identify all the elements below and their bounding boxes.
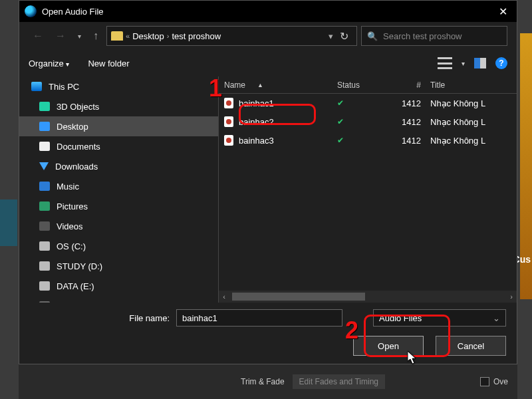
under-strip: Trim & Fade Edit Fades and Timing Ove xyxy=(19,364,517,399)
audio-file-icon xyxy=(224,135,233,146)
refresh-icon[interactable]: ↻ xyxy=(336,29,352,44)
sidebar-item-os[interactable]: OS (C:) xyxy=(19,236,218,256)
drive-icon xyxy=(39,281,50,291)
app-icon xyxy=(25,5,37,17)
dialog-title: Open Audio File xyxy=(42,7,495,17)
folder-icon xyxy=(111,31,123,41)
col-name[interactable]: Name xyxy=(224,80,245,90)
file-type-select[interactable]: Audio Files ⌄ xyxy=(373,309,506,327)
drive-icon xyxy=(39,261,50,271)
crumb-prefix: « xyxy=(126,32,130,40)
ove-checkbox[interactable]: Ove xyxy=(480,377,508,386)
3d-icon xyxy=(39,102,50,111)
sidebar-item-network[interactable]: Network xyxy=(19,296,218,303)
pictures-icon xyxy=(39,201,50,211)
nav-back-icon[interactable]: ← xyxy=(29,29,47,43)
file-row[interactable]: bainhac1 ✔ 1412 Nhạc Không L xyxy=(219,94,517,112)
horizontal-scrollbar[interactable]: ‹ › xyxy=(219,291,517,303)
sidebar-item-data[interactable]: DATA (E:) xyxy=(19,276,218,296)
search-placeholder: Search test proshow xyxy=(383,31,462,41)
nav-recent-icon[interactable]: ▾ xyxy=(74,31,85,41)
file-row[interactable]: bainhac2 ✔ 1412 Nhạc Không L xyxy=(219,112,517,131)
nav-forward-icon[interactable]: → xyxy=(51,29,70,43)
network-icon xyxy=(39,301,50,303)
status-ok-icon: ✔ xyxy=(337,136,390,145)
chevron-down-icon: ▾ xyxy=(66,61,69,68)
videos-icon xyxy=(39,221,50,231)
file-rows: bainhac1 ✔ 1412 Nhạc Không L bainhac2 ✔ … xyxy=(219,94,517,291)
sidebar: This PC 3D Objects Desktop Documents Dow… xyxy=(19,76,219,303)
status-ok-icon: ✔ xyxy=(337,117,390,126)
music-icon xyxy=(39,182,50,191)
organize-button[interactable]: Organize ▾ xyxy=(29,59,69,68)
file-row[interactable]: bainhac3 ✔ 1412 Nhạc Không L xyxy=(219,131,517,150)
bg-thumb xyxy=(0,200,17,246)
cursor-icon xyxy=(408,351,417,364)
crumb-desktop[interactable]: Desktop xyxy=(132,31,164,41)
nav-up-icon[interactable]: ↑ xyxy=(89,29,102,43)
col-status[interactable]: Status xyxy=(337,80,390,90)
col-title[interactable]: Title xyxy=(430,80,517,90)
sidebar-item-downloads[interactable]: Downloads xyxy=(19,156,218,176)
sidebar-item-documents[interactable]: Documents xyxy=(19,136,218,156)
scroll-right-icon[interactable]: › xyxy=(506,293,517,301)
chevron-down-icon[interactable]: ▾ xyxy=(329,31,333,41)
chevron-down-icon: ⌄ xyxy=(493,313,500,323)
checkbox-icon xyxy=(480,377,489,386)
filename-input[interactable] xyxy=(176,309,342,327)
search-icon: 🔍 xyxy=(367,31,378,41)
close-icon[interactable]: ✕ xyxy=(495,5,511,18)
documents-icon xyxy=(39,142,50,151)
crumb-folder[interactable]: test proshow xyxy=(172,31,221,41)
edit-fades-button[interactable]: Edit Fades and Timing xyxy=(293,374,385,389)
open-file-dialog: Open Audio File ✕ ← → ▾ ↑ « Desktop › te… xyxy=(19,0,517,364)
chevron-right-icon: › xyxy=(167,32,170,40)
col-num[interactable]: # xyxy=(390,80,430,90)
pc-icon xyxy=(31,82,42,91)
preview-pane-button[interactable] xyxy=(474,58,486,68)
chevron-down-icon[interactable]: ▾ xyxy=(462,60,465,67)
view-mode-button[interactable] xyxy=(438,57,452,69)
scrollbar-thumb[interactable] xyxy=(232,293,365,301)
sidebar-item-study[interactable]: STUDY (D:) xyxy=(19,256,218,276)
scroll-left-icon[interactable]: ‹ xyxy=(219,293,229,301)
trim-fade-label: Trim & Fade xyxy=(241,377,285,386)
status-ok-icon: ✔ xyxy=(337,98,390,108)
cancel-button[interactable]: Cancel xyxy=(436,336,506,356)
audio-file-icon xyxy=(224,116,233,127)
svg-marker-0 xyxy=(408,351,416,364)
sidebar-item-pictures[interactable]: Pictures xyxy=(19,196,218,216)
dialog-bottom: File name: Audio Files ⌄ Open Cancel xyxy=(19,303,517,365)
desktop-icon xyxy=(39,122,50,131)
drive-icon xyxy=(39,241,50,251)
audio-file-icon xyxy=(224,98,233,108)
address-bar[interactable]: « Desktop › test proshow ▾ ↻ xyxy=(106,26,357,46)
sort-asc-icon: ▲ xyxy=(257,82,263,88)
annotation-number-1: 1 xyxy=(209,74,222,102)
column-headers: Name▲ Status # Title xyxy=(219,76,517,94)
toolbar: Organize ▾ New folder ▾ ? xyxy=(19,50,517,76)
search-input[interactable]: 🔍 Search test proshow xyxy=(361,26,507,46)
sidebar-item-music[interactable]: Music xyxy=(19,176,218,196)
downloads-icon xyxy=(39,162,49,170)
nav-bar: ← → ▾ ↑ « Desktop › test proshow ▾ ↻ 🔍 S… xyxy=(19,22,517,50)
help-icon[interactable]: ? xyxy=(495,57,507,69)
new-folder-button[interactable]: New folder xyxy=(88,59,129,68)
sidebar-item-3d[interactable]: 3D Objects xyxy=(19,96,218,116)
sidebar-item-videos[interactable]: Videos xyxy=(19,216,218,236)
annotation-number-2: 2 xyxy=(345,317,358,344)
sidebar-this-pc[interactable]: This PC xyxy=(19,76,218,96)
filename-label: File name: xyxy=(30,313,170,323)
sidebar-item-desktop[interactable]: Desktop xyxy=(19,116,218,136)
file-pane: Name▲ Status # Title bainhac1 ✔ 1412 Nhạ… xyxy=(219,76,517,303)
titlebar: Open Audio File ✕ xyxy=(19,1,517,22)
